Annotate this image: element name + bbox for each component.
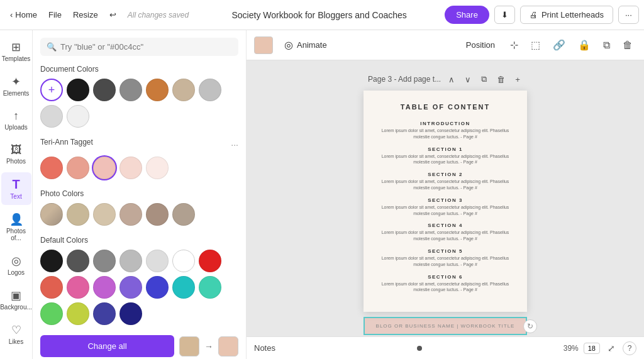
transparency-icon-button[interactable]: ⬚ [527,35,544,55]
doc-color-swatch[interactable] [146,79,169,101]
doc-section-5-body: Lorem ipsum dolor sit amet, consectetur … [375,255,516,268]
doc-section-4-body: Lorem ipsum dolor sit amet, consectetur … [375,229,516,242]
default-color-swatch[interactable] [146,276,169,299]
photo-color-swatch[interactable] [146,203,169,226]
download-icon: ⬇ [501,10,508,19]
doc-color-swatch[interactable] [172,79,195,101]
lock-icon-button[interactable]: 🔒 [574,35,594,55]
topbar-actions: Share ⬇ 🖨 Print Letterheads ··· [445,6,639,24]
sidebar-item-uploads[interactable]: ↑ Uploads [1,104,31,136]
undo-button[interactable]: ↩ [104,6,121,23]
page-up-button[interactable]: ∧ [446,74,457,86]
sidebar-item-text[interactable]: T Text [1,172,31,205]
teri-color-swatch[interactable] [146,157,169,179]
default-color-swatch[interactable] [40,276,63,299]
transparency-icon: ⬚ [531,40,540,50]
teri-ann-header: Teri-Ann Tagget ··· [40,138,238,152]
resize-button[interactable]: Resize [68,6,103,23]
lock-icon: 🔒 [578,40,591,50]
default-color-swatch[interactable] [93,276,116,299]
default-color-swatch[interactable] [93,302,116,325]
zoom-in-button[interactable]: ⤢ [605,342,618,355]
color-panel: 🔍 Document Colors + Teri-Ann Tagget ··· [33,30,247,359]
default-color-swatch[interactable] [119,302,142,325]
doc-section-2-body: Lorem ipsum dolor sit amet, consectetur … [375,179,516,191]
page-container: Page 3 - Add page t... ∧ ∨ ⧉ 🗑 + TABLE O… [364,73,527,336]
teri-color-swatch[interactable] [67,157,89,179]
sidebar-item-photos-of[interactable]: 👤 Photos of... [1,207,31,246]
doc-section-2: SECTION 2 Lorem ipsum dolor sit amet, co… [375,172,516,191]
add-color-button[interactable]: + [40,79,63,101]
share-button[interactable]: Share [445,6,489,24]
doc-section-6: SECTION 6 Lorem ipsum dolor sit amet, co… [375,274,516,294]
rotate-handle[interactable]: ↻ [523,319,537,333]
text-icon: T [12,177,19,192]
print-button[interactable]: 🖨 Print Letterheads [520,6,613,24]
photo-color-swatch[interactable] [119,203,142,226]
zoom-indicator-button[interactable]: 18 [584,343,600,354]
help-button[interactable]: ? [623,341,636,355]
canvas-scroll[interactable]: Page 3 - Add page t... ∧ ∨ ⧉ 🗑 + TABLE O… [247,60,644,336]
doc-color-swatch[interactable] [93,79,116,101]
doc-color-swatch[interactable] [67,79,89,101]
default-color-swatch[interactable] [119,250,142,272]
uploads-icon: ↑ [13,109,19,123]
search-icon: 🔍 [47,42,57,52]
teri-color-swatch[interactable] [119,157,142,179]
teri-ann-more[interactable]: ··· [231,140,238,150]
teri-color-swatch[interactable] [40,157,63,179]
color-from-swatch[interactable] [179,336,199,356]
default-color-swatch[interactable] [67,276,89,299]
doc-color-swatch[interactable] [119,79,142,101]
selected-color-indicator[interactable] [254,36,273,54]
photo-color-swatch[interactable] [40,203,63,226]
sidebar-item-backgrounds[interactable]: ▣ Backgrou... [1,284,31,316]
default-color-swatch[interactable] [199,276,221,299]
page-down-button[interactable]: ∨ [462,74,474,86]
photo-color-swatch[interactable] [93,203,116,226]
search-input[interactable] [60,42,232,52]
position-button[interactable]: Position [460,36,501,53]
more-options-button[interactable]: ··· [618,6,639,24]
crop-icon-button[interactable]: ⊹ [506,35,522,55]
change-all-button[interactable]: Change all [40,335,174,357]
sidebar-item-likes[interactable]: ♡ Likes [1,318,31,350]
topbar-left: ‹ Home File Resize ↩ All changes saved [5,6,194,23]
page-add-button[interactable]: + [513,74,523,86]
delete-icon-button[interactable]: 🗑 [619,36,636,55]
sidebar-item-templates[interactable]: ⊞ Templates [1,35,31,67]
home-button[interactable]: ‹ Home [5,6,42,23]
color-to-swatch[interactable] [218,336,238,356]
default-color-swatch[interactable] [67,250,89,272]
sidebar-item-photos[interactable]: 🖼 Photos [1,138,31,170]
default-color-swatch[interactable] [172,276,195,299]
default-color-swatch[interactable] [119,276,142,299]
default-color-swatch[interactable] [199,250,221,272]
doc-color-swatch[interactable] [67,105,89,128]
footer-text: BLOG OR BUSINESS NAME | WORKBOOK TITLE [376,323,515,329]
document-page[interactable]: TABLE OF CONTENT INTRODUCTION Lorem ipsu… [364,91,527,312]
footer-banner[interactable]: BLOG OR BUSINESS NAME | WORKBOOK TITLE ↻ [364,317,527,335]
default-color-swatch[interactable] [146,250,169,272]
animate-button[interactable]: ◎ Animate [278,35,333,55]
file-button[interactable]: File [43,6,67,23]
search-box[interactable]: 🔍 [40,38,238,56]
sidebar-item-elements[interactable]: ✦ Elements [1,70,31,102]
duplicate-icon-button[interactable]: ⧉ [599,36,614,55]
default-color-swatch[interactable] [67,302,89,325]
doc-section-3-body: Lorem ipsum dolor sit amet, consectetur … [375,204,516,217]
link-icon-button[interactable]: 🔗 [549,35,569,55]
doc-color-swatch[interactable] [199,79,221,101]
default-color-swatch[interactable] [172,250,195,272]
default-color-swatch[interactable] [40,250,63,272]
default-color-swatch[interactable] [93,250,116,272]
default-color-swatch[interactable] [40,302,63,325]
page-copy-button[interactable]: ⧉ [479,73,489,86]
page-delete-button[interactable]: 🗑 [494,74,508,86]
photo-color-swatch[interactable] [172,203,195,226]
doc-color-swatch[interactable] [40,105,63,128]
photo-color-swatch[interactable] [67,203,89,226]
sidebar-item-logos[interactable]: ◎ Logos [1,249,31,281]
download-button[interactable]: ⬇ [494,6,515,24]
teri-color-swatch-selected[interactable] [93,157,116,179]
